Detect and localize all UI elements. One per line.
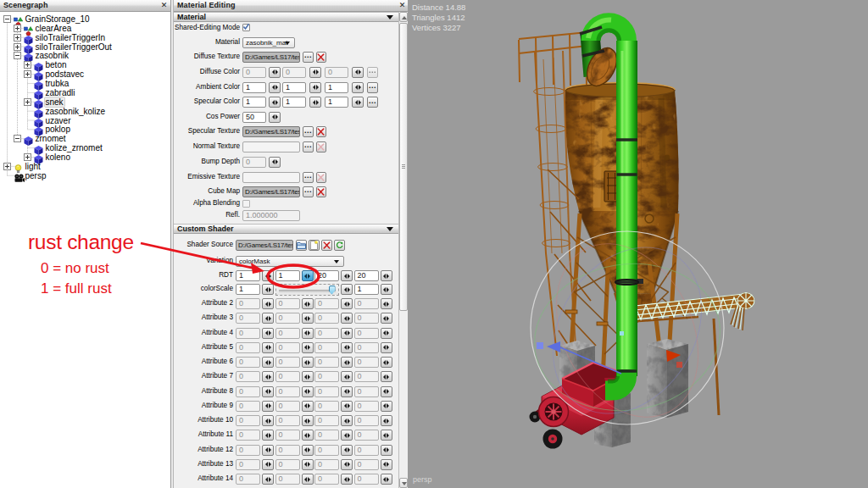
scrollbar-down-icon[interactable] <box>399 478 408 488</box>
attribute-5-spinner-3[interactable] <box>381 342 392 353</box>
viewport-3d[interactable]: Distance 14.88 Triangles 1412 Vertices 3… <box>408 0 868 488</box>
attribute-3-spinner-3[interactable] <box>381 313 392 324</box>
attribute-4-spinner-3[interactable] <box>381 328 392 339</box>
attribute-10-spinner-0[interactable] <box>262 415 274 426</box>
attribute-2-field-3[interactable]: 0 <box>354 298 379 309</box>
material-section-collapse-icon[interactable] <box>387 15 393 19</box>
attribute-11-field-0[interactable]: 0 <box>236 430 260 441</box>
colorscale-slider-handle[interactable] <box>329 286 336 295</box>
specular-texture-browse-button[interactable]: ... <box>303 126 314 137</box>
diffuse-color-field-0[interactable]: 0 <box>242 67 266 78</box>
tree-item-label[interactable]: poklop <box>46 125 70 134</box>
attribute-14-spinner-3[interactable] <box>381 474 392 485</box>
attribute-8-field-1[interactable]: 0 <box>275 386 300 397</box>
attribute-4-spinner-0[interactable] <box>262 328 274 339</box>
attribute-6-field-0[interactable]: 0 <box>236 357 260 368</box>
attribute-2-spinner-2[interactable] <box>341 298 353 309</box>
attribute-2-spinner-1[interactable] <box>302 298 314 309</box>
ambient-color-field-2[interactable]: 1 <box>325 82 348 93</box>
refl-field[interactable]: 1.000000 <box>242 210 300 221</box>
attribute-2-field-2[interactable]: 0 <box>314 298 339 309</box>
rdt-spinner-3[interactable] <box>381 270 392 281</box>
ambient-color-field-0[interactable]: 1 <box>242 82 266 93</box>
colorscale-field-1[interactable]: 1 <box>354 284 379 295</box>
rdt-spinner-0[interactable] <box>262 270 274 281</box>
tree-item-label[interactable]: GrainStorage_10 <box>25 14 90 24</box>
normal-texture-browse-button[interactable]: ... <box>303 141 314 152</box>
attribute-4-field-3[interactable]: 0 <box>354 328 379 339</box>
attribute-14-spinner-0[interactable] <box>262 474 274 485</box>
attribute-8-field-3[interactable]: 0 <box>354 386 379 397</box>
specular-color-picker-button[interactable]: ... <box>367 97 378 108</box>
attribute-9-field-2[interactable]: 0 <box>314 401 339 412</box>
specular-color-field-0[interactable]: 1 <box>242 97 266 108</box>
attribute-11-field-3[interactable]: 0 <box>354 430 379 441</box>
attribute-9-field-3[interactable]: 0 <box>354 401 379 412</box>
attribute-14-field-3[interactable]: 0 <box>354 474 379 485</box>
tree-item-label[interactable]: clearArea <box>36 24 72 33</box>
attribute-13-spinner-2[interactable] <box>341 459 353 470</box>
attribute-9-field-0[interactable]: 0 <box>236 401 260 412</box>
attribute-5-field-1[interactable]: 0 <box>275 342 300 353</box>
material-close-icon[interactable]: ✕ <box>398 1 407 10</box>
attribute-12-spinner-0[interactable] <box>262 445 274 456</box>
attribute-4-spinner-1[interactable] <box>302 328 314 339</box>
normal-texture-path-field[interactable] <box>242 141 300 152</box>
attribute-3-spinner-2[interactable] <box>341 313 353 324</box>
tree-item-label[interactable]: zabradli <box>46 88 75 97</box>
expand-icon-podstavec[interactable] <box>24 70 31 78</box>
attribute-13-field-1[interactable]: 0 <box>275 459 300 470</box>
diffuse-color-picker-button[interactable]: ... <box>367 67 378 78</box>
attribute-8-spinner-1[interactable] <box>302 386 314 397</box>
attribute-9-field-1[interactable]: 0 <box>275 401 300 412</box>
attribute-11-field-2[interactable]: 0 <box>314 430 339 441</box>
diffuse-texture-path-field[interactable]: D:/Games/LS17/tes <box>242 52 300 63</box>
attribute-9-spinner-0[interactable] <box>262 401 274 412</box>
attribute-14-field-0[interactable]: 0 <box>236 474 260 485</box>
variation-dropdown-arrow-icon[interactable] <box>334 260 339 263</box>
colorscale-spinner-2[interactable] <box>381 284 392 295</box>
scenegraph-close-icon[interactable]: ✕ <box>159 1 169 10</box>
emissive-texture-browse-button[interactable]: ... <box>303 172 314 183</box>
colorscale-spinner-1[interactable] <box>341 284 353 295</box>
tree-item-label[interactable]: podstavec <box>46 69 85 79</box>
attribute-11-spinner-2[interactable] <box>341 430 353 441</box>
emissive-texture-clear-button[interactable] <box>316 172 327 183</box>
rdt-field-2[interactable]: 20 <box>314 270 339 281</box>
rdt-field-1[interactable]: 1 <box>275 270 300 281</box>
attribute-9-spinner-1[interactable] <box>302 401 314 412</box>
attribute-10-field-1[interactable]: 0 <box>275 415 300 426</box>
specular-color-spinner-1[interactable] <box>309 97 321 108</box>
expand-icon-snek[interactable] <box>24 98 31 106</box>
attribute-13-field-0[interactable]: 0 <box>236 459 260 470</box>
diffuse-texture-browse-button[interactable]: ... <box>303 52 314 63</box>
cos-power-spinner[interactable] <box>269 112 281 123</box>
tree-item-label[interactable]: kolize_zrnomet <box>46 143 103 152</box>
ambient-color-spinner-0[interactable] <box>269 82 281 93</box>
attribute-13-field-3[interactable]: 0 <box>354 459 379 470</box>
ambient-color-spinner-1[interactable] <box>309 82 321 93</box>
expand-icon-light[interactable] <box>3 163 11 170</box>
attribute-7-spinner-2[interactable] <box>341 371 353 382</box>
alpha-blending-checkbox[interactable] <box>242 200 250 208</box>
attribute-6-field-1[interactable]: 0 <box>275 357 300 368</box>
tree-item-label[interactable]: snek <box>45 97 64 107</box>
normal-texture-clear-button[interactable] <box>316 141 327 152</box>
shared-editing-mode-checkbox[interactable] <box>242 24 250 31</box>
rdt-field-3[interactable]: 20 <box>354 270 379 281</box>
tree-item-label[interactable]: uzaver <box>46 116 71 125</box>
attribute-4-field-1[interactable]: 0 <box>275 328 300 339</box>
specular-texture-clear-button[interactable] <box>316 126 327 137</box>
attribute-3-spinner-0[interactable] <box>262 313 274 324</box>
attribute-5-field-0[interactable]: 0 <box>236 342 260 353</box>
attribute-4-field-0[interactable]: 0 <box>236 328 260 339</box>
tree-item-label[interactable]: zasobnik_kolize <box>46 107 106 116</box>
diffuse-color-spinner-1[interactable] <box>309 67 321 78</box>
attribute-8-spinner-3[interactable] <box>381 386 392 397</box>
material-scrollbar[interactable] <box>398 12 408 488</box>
expand-icon-beton[interactable] <box>24 61 31 69</box>
attribute-12-spinner-1[interactable] <box>302 445 314 456</box>
specular-texture-path-field[interactable]: D:/Games/LS17/tes <box>242 126 300 137</box>
attribute-2-spinner-3[interactable] <box>381 298 392 309</box>
attribute-10-spinner-1[interactable] <box>302 415 314 426</box>
